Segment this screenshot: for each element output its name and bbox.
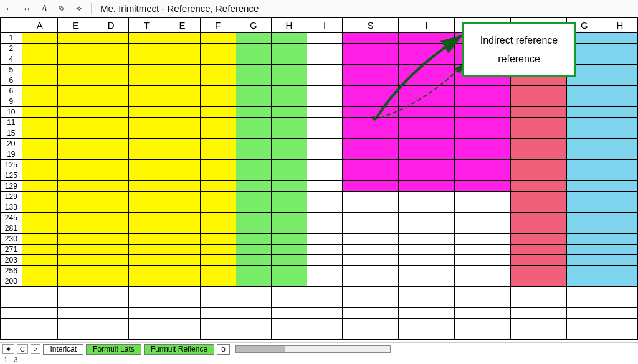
cell[interactable] <box>399 245 455 255</box>
cell[interactable] <box>236 118 271 128</box>
cell[interactable] <box>307 287 343 297</box>
cell[interactable] <box>307 276 343 287</box>
cell[interactable] <box>57 234 93 245</box>
cell[interactable] <box>343 86 399 96</box>
cell[interactable] <box>343 245 399 255</box>
cell[interactable] <box>510 96 566 107</box>
cell[interactable] <box>602 139 637 149</box>
cell[interactable] <box>271 329 307 340</box>
cell[interactable] <box>399 149 455 160</box>
cell[interactable] <box>510 181 566 192</box>
cell[interactable] <box>602 149 637 160</box>
cell[interactable] <box>22 287 57 297</box>
row-header[interactable]: 2 <box>1 44 22 54</box>
cell[interactable] <box>22 44 57 54</box>
cell[interactable] <box>57 170 93 181</box>
cell[interactable] <box>129 160 164 170</box>
cell[interactable] <box>510 139 566 149</box>
cell[interactable] <box>271 33 307 44</box>
cell[interactable] <box>164 54 200 65</box>
scrollbar-thumb[interactable] <box>236 346 285 352</box>
cell[interactable] <box>399 86 455 96</box>
cell[interactable] <box>236 181 271 192</box>
cell[interactable] <box>129 329 164 340</box>
cell[interactable] <box>399 192 455 202</box>
cell[interactable] <box>271 266 307 276</box>
cell[interactable] <box>164 33 200 44</box>
cell[interactable] <box>57 319 93 329</box>
cell[interactable] <box>93 65 129 75</box>
cell[interactable] <box>129 118 164 128</box>
cell[interactable] <box>236 213 271 223</box>
cell[interactable] <box>93 234 129 245</box>
cell[interactable] <box>307 33 343 44</box>
cell[interactable] <box>200 276 236 287</box>
cell[interactable] <box>22 160 57 170</box>
cell[interactable] <box>510 86 566 96</box>
row-header[interactable]: 5 <box>1 65 22 75</box>
brush-icon[interactable]: ✧ <box>74 3 85 14</box>
cell[interactable] <box>200 234 236 245</box>
cell[interactable] <box>343 170 399 181</box>
cell[interactable] <box>307 245 343 255</box>
cell[interactable] <box>602 44 637 54</box>
cell[interactable] <box>57 86 93 96</box>
cell[interactable] <box>510 297 566 308</box>
cell[interactable] <box>200 319 236 329</box>
cell[interactable] <box>271 160 307 170</box>
cell[interactable] <box>236 287 271 297</box>
cell[interactable] <box>164 223 200 234</box>
cell[interactable] <box>602 287 637 297</box>
cell[interactable] <box>307 86 343 96</box>
cell[interactable] <box>22 33 57 44</box>
cell[interactable] <box>271 54 307 65</box>
cell[interactable] <box>236 54 271 65</box>
cell[interactable] <box>399 44 455 54</box>
cell[interactable] <box>307 139 343 149</box>
row-header[interactable]: 9 <box>1 96 22 107</box>
cell[interactable] <box>93 181 129 192</box>
cell[interactable] <box>510 160 566 170</box>
cell[interactable] <box>566 276 602 287</box>
cell[interactable] <box>164 192 200 202</box>
cell[interactable] <box>566 160 602 170</box>
cell[interactable] <box>22 139 57 149</box>
cell[interactable] <box>57 139 93 149</box>
cell[interactable] <box>566 255 602 266</box>
cell[interactable] <box>236 75 271 86</box>
highlight-icon[interactable]: ✎ <box>56 3 67 14</box>
row-header[interactable]: 19 <box>1 149 22 160</box>
cell[interactable] <box>164 255 200 266</box>
cell[interactable] <box>57 33 93 44</box>
cell[interactable] <box>22 149 57 160</box>
cell[interactable] <box>22 234 57 245</box>
cell[interactable] <box>307 329 343 340</box>
cell[interactable] <box>236 139 271 149</box>
cell[interactable] <box>57 118 93 128</box>
cell[interactable] <box>129 33 164 44</box>
cell[interactable] <box>399 202 455 213</box>
cell[interactable] <box>236 160 271 170</box>
cell[interactable] <box>454 170 510 181</box>
cell[interactable] <box>454 308 510 319</box>
cell[interactable] <box>454 319 510 329</box>
cell[interactable] <box>271 223 307 234</box>
cell[interactable] <box>93 276 129 287</box>
cell[interactable] <box>510 255 566 266</box>
cell[interactable] <box>307 170 343 181</box>
cell[interactable] <box>602 181 637 192</box>
cell[interactable] <box>93 33 129 44</box>
cell[interactable] <box>164 213 200 223</box>
cell[interactable] <box>200 202 236 213</box>
cell[interactable] <box>307 234 343 245</box>
cell[interactable] <box>236 192 271 202</box>
row-header[interactable]: 20 <box>1 139 22 149</box>
cell[interactable] <box>602 160 637 170</box>
cell[interactable] <box>271 44 307 54</box>
cell[interactable] <box>307 192 343 202</box>
cell[interactable] <box>343 149 399 160</box>
cell[interactable] <box>307 128 343 139</box>
cell[interactable] <box>200 266 236 276</box>
cell[interactable] <box>129 202 164 213</box>
row-header[interactable]: 129 <box>1 192 22 202</box>
